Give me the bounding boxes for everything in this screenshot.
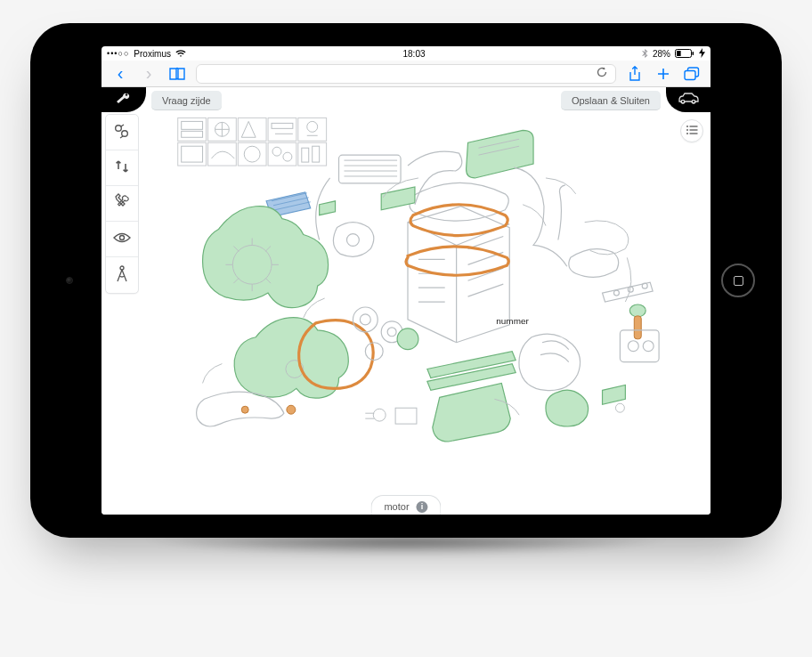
- svg-point-68: [615, 403, 624, 412]
- svg-rect-2: [693, 52, 694, 55]
- back-button[interactable]: ‹: [110, 64, 130, 84]
- safari-toolbar: ‹ ›: [102, 61, 710, 87]
- forward-button: ›: [139, 64, 158, 84]
- battery-percent: 28%: [653, 49, 670, 59]
- svg-point-55: [387, 328, 396, 337]
- screen: •••○○ Proximus 18:03 28%: [102, 46, 710, 515]
- svg-rect-4: [685, 70, 695, 79]
- device-shadow: [30, 538, 782, 573]
- tabs-button[interactable]: [682, 64, 702, 84]
- svg-point-64: [628, 341, 638, 352]
- svg-rect-62: [634, 316, 641, 339]
- svg-point-51: [241, 406, 248, 413]
- bottom-title-pill[interactable]: motor i: [370, 495, 441, 515]
- bookmarks-button[interactable]: [167, 64, 187, 84]
- svg-rect-25: [268, 142, 296, 166]
- svg-rect-66: [395, 408, 417, 424]
- bluetooth-icon: [642, 49, 648, 59]
- svg-point-65: [643, 341, 654, 352]
- svg-rect-40: [339, 155, 402, 183]
- bottom-title-label: motor: [384, 501, 409, 512]
- svg-point-52: [353, 307, 378, 332]
- svg-rect-23: [208, 142, 237, 166]
- status-time: 18:03: [402, 49, 425, 59]
- ios-status-bar: •••○○ Proximus 18:03 28%: [102, 46, 710, 61]
- info-icon[interactable]: i: [417, 501, 428, 513]
- svg-rect-20: [268, 118, 296, 141]
- thumbnail-strip[interactable]: [178, 118, 327, 166]
- share-button[interactable]: [625, 64, 645, 84]
- svg-point-58: [613, 290, 619, 296]
- svg-point-53: [360, 314, 370, 325]
- diagram-tooltip: nummer: [496, 316, 529, 326]
- charging-icon: [699, 48, 705, 60]
- svg-point-67: [373, 409, 386, 421]
- exploded-diagram[interactable]: nummer: [142, 114, 673, 499]
- camera-dot: [66, 277, 73, 284]
- new-tab-button[interactable]: [654, 64, 673, 84]
- reload-icon[interactable]: [596, 66, 608, 81]
- carrier-label: Proximus: [134, 49, 171, 59]
- tablet-frame: •••○○ Proximus 18:03 28%: [30, 23, 782, 538]
- battery-icon: [675, 49, 694, 58]
- app-viewport: Vraag zijde Opslaan & Sluiten: [102, 87, 710, 515]
- svg-point-50: [287, 405, 296, 414]
- svg-rect-1: [677, 51, 681, 56]
- svg-point-61: [629, 304, 646, 317]
- address-bar[interactable]: [196, 64, 616, 84]
- home-button[interactable]: [721, 264, 755, 297]
- svg-point-57: [346, 234, 359, 247]
- signal-dots: •••○○: [107, 49, 129, 58]
- diagram-canvas[interactable]: nummer: [102, 87, 710, 515]
- wifi-icon: [175, 49, 186, 58]
